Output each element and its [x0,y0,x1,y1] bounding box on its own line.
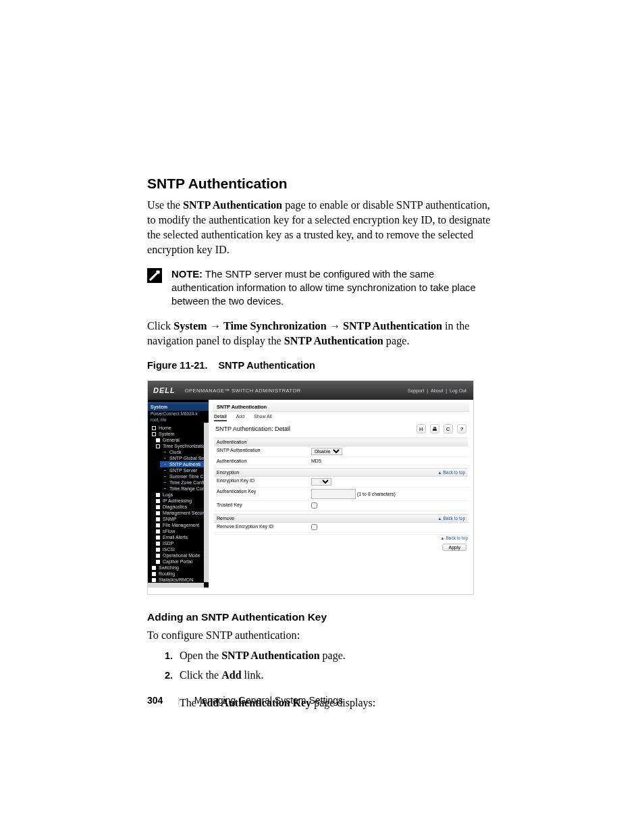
section-remove: Remove [217,516,234,521]
tree-item[interactable]: iSCSI [156,546,209,552]
lbl-sntp-auth: SNTP Authentication [217,448,311,455]
link-ref: Add [221,669,241,681]
scrollbar-h[interactable] [148,583,204,588]
page-title: SNTP Authentication: Detail [215,425,290,432]
text: Click the [180,669,221,681]
back-to-top-link[interactable]: ▲ Back to top [437,470,465,475]
text: Open the [180,650,221,661]
tree-item[interactable]: Captive Portal [156,558,209,565]
main-panel: SNTP Authentication Detail Add Show All … [209,400,473,588]
figure-caption: Figure 11-21.SNTP Authentication [147,360,495,371]
tree-item[interactable]: sFlow [156,528,209,534]
remove-key-check[interactable] [311,524,317,530]
scrollbar-v[interactable] [204,423,209,582]
figure-number: Figure 11-21. [147,360,207,371]
sntp-auth-select[interactable]: Disable [311,448,342,455]
dell-logo: DELL [153,386,176,394]
nav-sntp: SNTP Authentication [343,320,442,332]
breadcrumb: SNTP Authentication [213,402,469,412]
tree-item[interactable]: Switching [152,565,209,571]
figure-title: SNTP Authentication [218,360,315,371]
tree-item[interactable]: Clock [160,449,209,455]
tabs: Detail Add Show All [209,412,473,419]
tree-item[interactable]: Time Synchronization [156,443,209,449]
section-encryption: Encryption [217,470,239,475]
tree-item[interactable]: SNTP Global Se [160,455,209,461]
enc-key-id-select[interactable] [311,478,331,486]
arrow-icon: → [207,320,223,332]
page-ref: SNTP Authentication [221,650,319,661]
tree-item[interactable]: System [152,431,209,437]
save-icon[interactable]: H [417,424,426,434]
tree-item[interactable]: Management Security [156,510,209,516]
text: Click [147,320,173,332]
back-to-top-link[interactable]: ▲ Back to top [440,536,468,540]
val-auth: MD5 [311,459,465,463]
nav-user: root, r/w [148,417,209,423]
back-to-top-link[interactable]: ▲ Back to top [437,516,465,521]
tree-item[interactable]: Routing [152,571,209,577]
lbl-enc-key-id: Encryption Key ID [217,478,311,486]
tree-item[interactable]: Email Alerts [156,534,209,540]
text: The SNTP server must be configured with … [171,269,476,307]
tree-item[interactable]: Diagnostics [156,504,209,510]
tree-item[interactable]: Summer Time C [160,473,209,479]
note-block: NOTE: The SNTP server must be configured… [147,268,495,309]
page-footer: 304 | Managing General System Settings [147,695,343,706]
nav-header: System [148,402,209,411]
auth-key-hint: (1 to 8 characters) [357,492,396,496]
procedure-list: Open the SNTP Authentication page. Click… [147,648,495,684]
nav-tree[interactable]: System PowerConnect M8024-k root, r/w Ho… [148,400,209,588]
tree-item[interactable]: Time Zone Confi [160,479,209,486]
section-heading: SNTP Authentication [147,176,495,192]
logout-link[interactable]: Log Out [448,388,468,393]
page-number: 304 [147,695,163,706]
print-icon[interactable]: 🖶 [430,424,439,434]
tree-item[interactable]: SNTP Server [160,467,209,473]
subsection-heading: Adding an SNTP Authentication Key [147,611,495,623]
apply-button[interactable]: Apply [442,544,466,551]
lbl-trusted: Trusted Key [217,502,311,509]
nav-instruction: Click System → Time Synchronization → SN… [147,319,495,349]
text: page. [320,650,346,661]
tree-item[interactable]: ISDP [156,540,209,546]
tab-add[interactable]: Add [236,414,244,419]
auth-key-input[interactable] [311,489,356,499]
app-topbar: DELL OPENMANAGE™ SWITCH ADMINISTRATOR Su… [148,381,473,400]
tree-item[interactable]: Logs [156,492,209,498]
tree-item[interactable]: General [156,437,209,443]
product-name: OPENMANAGE™ SWITCH ADMINISTRATOR [185,388,301,394]
refresh-icon[interactable]: C [444,424,453,434]
trusted-key-check[interactable] [311,502,317,509]
intro-paragraph: Use the SNTP Authentication page to enab… [147,199,495,257]
text: page. [383,335,410,347]
nav-system: System [173,320,207,332]
help-icon[interactable]: ? [457,424,466,434]
support-link[interactable]: Support [406,388,426,393]
top-links: Support | About | Log Out [406,388,468,393]
about-link[interactable]: About [429,388,444,393]
lbl-auth: Authentication [217,459,311,463]
tree-item[interactable]: Operational Mode [156,552,209,558]
tree-item[interactable]: File Management [156,522,209,528]
tree-item[interactable]: Statistics/RMON [152,577,209,583]
sub-intro: To configure SNTP authentication: [147,629,495,644]
tree-item[interactable]: Time Range Con [160,486,209,492]
note-icon [147,268,162,283]
nav-timesync: Time Synchronization [223,320,327,332]
chapter-title: Managing General System Settings [194,695,343,706]
note-label: NOTE: [171,269,203,280]
tree-item[interactable]: SNTP Authenti [160,461,209,467]
screenshot: DELL OPENMANAGE™ SWITCH ADMINISTRATOR Su… [147,380,474,595]
text: link. [242,669,264,681]
tree-item[interactable]: SNMP [156,516,209,522]
tree-item[interactable]: Home [152,425,209,431]
section-auth: Authentication [217,440,246,444]
page-ref: SNTP Authentication [183,199,282,211]
step-2: Click the Add link. [176,667,495,684]
tree-item[interactable]: IP Addressing [156,498,209,504]
text: Use the [147,199,183,211]
page-ref: SNTP Authentication [284,335,383,347]
tab-showall[interactable]: Show All [254,414,272,419]
arrow-icon: → [327,320,343,332]
